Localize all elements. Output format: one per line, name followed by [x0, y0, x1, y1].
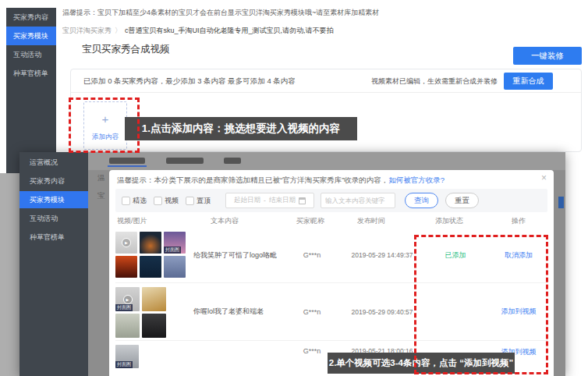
dimmed-tab-1[interactable]	[109, 158, 145, 164]
checkbox-video-label: 视频	[165, 196, 179, 206]
how-to-be-included-link[interactable]: 如何被官方收录?	[388, 176, 445, 184]
one-key-decorate-button[interactable]: 一键装修	[513, 47, 582, 65]
material-edited-status-text: 视频素材已编辑，生效需重新合成并装修	[371, 76, 498, 87]
breadcrumb-current: c普通宝贝有sku_手淘UI自动化老隆专用_测试宝贝,请勿动,请不要拍	[125, 27, 334, 34]
close-icon[interactable]: ×	[541, 172, 547, 183]
cover-badge: 封面图	[164, 247, 181, 254]
dimmed-tab-bar	[88, 152, 565, 170]
image-thumbnail	[115, 256, 137, 278]
checkbox-pinned-label: 置顶	[197, 196, 211, 206]
date-range-input[interactable]: 起始日期 - 结束日期	[225, 193, 314, 208]
date-end-placeholder: 结束日期	[269, 196, 296, 205]
modal-tip-text: 温馨提示：本分类下展示的是商家筛选加精且已被“官方洋淘买家秀库”收录的内容，	[117, 176, 388, 184]
back-sidebar: 买家秀内容 买家秀模块 互动活动 种草官榜单	[6, 8, 56, 174]
image-thumbnail	[142, 287, 166, 311]
row1-thumbnails: ▶ 封面图	[115, 232, 186, 278]
image-thumbnail	[142, 314, 166, 338]
breadcrumb: 宝贝洋淘买家秀〉c普通宝贝有sku_手淘UI自动化老隆专用_测试宝贝,请勿动,请…	[62, 26, 334, 36]
dimmed-text-fragment-1: 温	[97, 173, 105, 183]
top-notice-text: 温馨提示：宝贝下加精至少4条素材的宝贝才会在前台显示宝贝洋淘买家秀模块哦~请至素…	[62, 8, 379, 18]
front-sidebar-item-buyer-show-module[interactable]: 买家秀模块	[19, 191, 88, 208]
image-thumbnail: 封面图	[164, 232, 186, 254]
checkbox-icon[interactable]	[186, 197, 194, 205]
row-buyer-nickname: G***n	[281, 228, 343, 282]
front-sidebar-item-grass-ranking[interactable]: 种草官榜单	[19, 229, 88, 246]
added-content-summary: 已添加 0 条买家秀内容，最少添加 3 条内容 最多可添加 4 条内容	[83, 76, 296, 87]
cover-badge: 封面图	[115, 361, 133, 368]
modal-tip: 温馨提示：本分类下展示的是商家筛选加精且已被“官方洋淘买家秀库”收录的内容，如何…	[117, 176, 445, 186]
row-text-content: 给我笑肿了可惜了logo咯毗	[193, 228, 281, 282]
image-thumbnail	[164, 256, 186, 278]
filter-bar: 精选 视频 置顶 起始日期 - 结束日期 查询 重置	[115, 189, 547, 212]
dimmed-text-fragment-2: 宝	[97, 191, 105, 201]
row3-thumbnails: 封面图	[115, 345, 139, 368]
active-tab-underline	[108, 165, 147, 167]
calendar-icon	[299, 197, 306, 204]
step1-tooltip: 1.点击添加内容：挑选想要进入视频的内容	[125, 117, 357, 140]
checkbox-featured[interactable]: 精选	[122, 196, 147, 206]
checkbox-featured-label: 精选	[133, 196, 147, 206]
annotation-red-box-add-tile	[69, 98, 140, 153]
dimmed-tab-2[interactable]	[166, 158, 204, 164]
image-thumbnail	[140, 232, 161, 254]
header-video-image: 视频/图片	[115, 216, 193, 226]
compose-panel-header: 已添加 0 条买家秀内容，最少添加 3 条内容 最多可添加 4 条内容 视频素材…	[71, 69, 581, 93]
back-sidebar-item-interactive-activity[interactable]: 互动活动	[6, 45, 56, 64]
back-sidebar-item-grass-ranking[interactable]: 种草官榜单	[6, 64, 56, 83]
front-sidebar-item-buyer-show-content[interactable]: 买家秀内容	[19, 172, 88, 190]
breadcrumb-parent[interactable]: 宝贝洋淘买家秀	[62, 27, 112, 34]
date-separator: -	[264, 197, 266, 204]
front-window: 运营概况 买家秀内容 买家秀模块 互动活动 种草官榜单 温 宝 × 温馨提示：本…	[19, 152, 565, 376]
front-sidebar-item-overview[interactable]: 运营概况	[19, 154, 88, 171]
header-buyer-nickname: 买家昵称	[281, 216, 343, 226]
recompose-button[interactable]: 重新合成	[504, 73, 553, 90]
front-sidebar-item-interactive-activity[interactable]: 互动活动	[19, 210, 88, 227]
play-icon: ▶	[123, 295, 133, 304]
checkbox-pinned[interactable]: 置顶	[186, 196, 211, 206]
checkbox-icon[interactable]	[122, 197, 130, 205]
video-thumbnail[interactable]: ▶	[115, 232, 137, 254]
dimmed-blue-element	[558, 197, 564, 208]
table-header-row: 视频/图片 文本内容 买家昵称 发布时间 添加状态 操作	[115, 214, 547, 228]
keyword-input[interactable]	[321, 193, 395, 208]
background-gray-strip	[0, 173, 19, 376]
date-start-placeholder: 起始日期	[234, 196, 260, 205]
row-publish-time: 2019-05-29 09:40:57	[343, 283, 421, 340]
play-icon: ▶	[122, 238, 131, 247]
back-sidebar-item-buyer-show-content[interactable]: 买家秀内容	[6, 8, 56, 27]
back-sidebar-item-buyer-show-module[interactable]: 买家秀模块	[6, 27, 56, 45]
search-button[interactable]: 查询	[405, 193, 438, 208]
header-publish-time: 发布时间	[343, 216, 421, 226]
header-add-status: 添加状态	[421, 216, 490, 226]
header-text-content: 文本内容	[193, 216, 281, 226]
reset-button[interactable]: 重置	[445, 193, 479, 208]
header-operation: 操作	[490, 216, 547, 226]
dimmed-tab-3[interactable]	[224, 158, 241, 164]
row-text-content	[193, 341, 281, 376]
row-buyer-nickname: G***n	[281, 283, 343, 340]
image-thumbnail	[140, 256, 161, 278]
page-title: 宝贝买家秀合成视频	[82, 43, 170, 56]
row-publish-time: 2019-05-29 14:49:37	[343, 228, 421, 282]
annotation-red-box-status-column	[414, 235, 548, 374]
checkbox-video[interactable]: 视频	[154, 196, 179, 206]
row-text-content: 你喔lol我了老婆和端老	[193, 283, 281, 340]
row2-thumbnails: ▶封面图	[115, 287, 166, 338]
breadcrumb-separator-icon: 〉	[112, 27, 125, 34]
image-thumbnail: 封面图	[115, 345, 139, 368]
video-thumbnail[interactable]: ▶封面图	[115, 287, 140, 311]
cover-badge: 封面图	[115, 304, 133, 311]
front-sidebar: 运营概况 买家秀内容 买家秀模块 互动活动 种草官榜单	[19, 152, 88, 376]
image-thumbnail	[115, 314, 140, 338]
screenshot-root: 买家秀内容 买家秀模块 互动活动 种草官榜单 温馨提示：宝贝下加精至少4条素材的…	[0, 0, 588, 376]
checkbox-icon[interactable]	[154, 197, 162, 205]
